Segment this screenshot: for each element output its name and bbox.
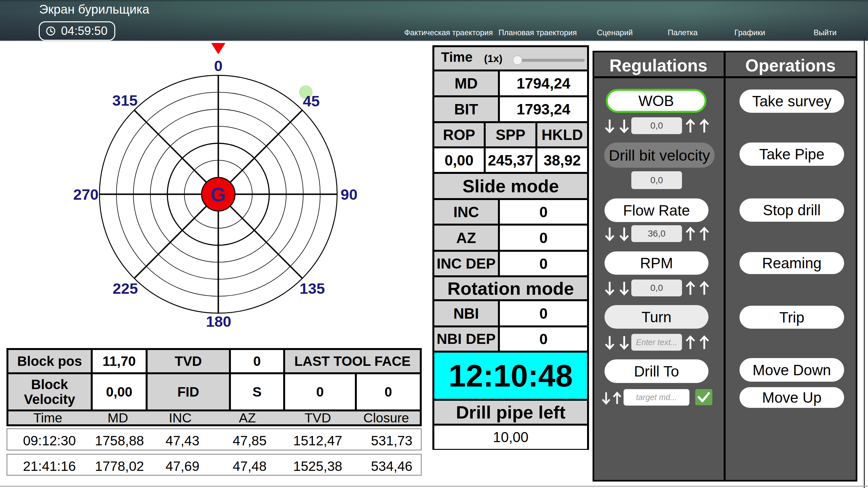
svg-text:45: 45	[303, 92, 320, 110]
svg-text:135: 135	[300, 280, 325, 297]
svg-text:315: 315	[113, 92, 137, 109]
svg-text:225: 225	[113, 280, 138, 297]
svg-text:90: 90	[341, 186, 358, 203]
svg-text:G: G	[211, 183, 226, 205]
svg-text:180: 180	[206, 313, 231, 330]
svg-text:0: 0	[214, 57, 222, 74]
svg-text:270: 270	[73, 186, 98, 203]
